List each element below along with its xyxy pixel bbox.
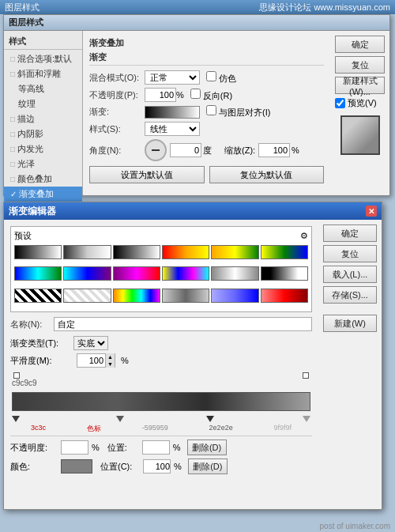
color-row: 颜色: 位置(C): % 删除(D) — [10, 458, 312, 474]
style-item-satin[interactable]: 光泽 — [4, 157, 82, 172]
style-item-bevel[interactable]: 斜面和浮雕 — [4, 66, 82, 81]
new-style-btn[interactable]: 新建样式(W)... — [335, 77, 385, 94]
transparency-input[interactable] — [61, 440, 88, 455]
transparency-row: 不透明度: % 位置: % 删除(D) — [10, 440, 312, 455]
type-select[interactable]: 实底 — [73, 336, 108, 350]
smoothness-input[interactable] — [77, 354, 105, 367]
gradient-bar-label: 渐变: — [89, 106, 145, 118]
top-bar-left: 图层样式 — [5, 2, 40, 13]
color-location-unit: % — [174, 462, 182, 471]
preset-item[interactable] — [261, 266, 308, 281]
preset-item[interactable] — [14, 289, 62, 303]
smoothness-label: 平滑度(M): — [10, 355, 73, 367]
color-location-input[interactable] — [143, 459, 171, 474]
ge-save-btn[interactable]: 存储(S)... — [323, 286, 377, 304]
color-swatch[interactable] — [61, 459, 92, 474]
scale-input[interactable] — [258, 143, 290, 157]
hex-label: c9c9c9 — [12, 379, 310, 387]
preset-item[interactable] — [113, 289, 160, 303]
stop-marker-2[interactable] — [116, 416, 124, 422]
style-row: 样式(S): 线性 — [89, 122, 324, 136]
reverse-checkbox[interactable] — [190, 89, 201, 99]
reset-btn[interactable]: 复位 — [335, 56, 385, 74]
stop-marker-4[interactable] — [303, 416, 310, 422]
preview-checkbox[interactable] — [335, 98, 345, 108]
set-default-btn[interactable]: 设置为默认值 — [89, 166, 205, 183]
angle-circle[interactable] — [145, 139, 167, 161]
color-location-label: 位置(C): — [100, 461, 140, 473]
align-checkbox[interactable] — [206, 105, 216, 115]
confirm-btn[interactable]: 确定 — [335, 36, 385, 53]
preset-item[interactable] — [211, 266, 258, 281]
preset-item[interactable] — [162, 266, 209, 281]
smoothness-up[interactable]: ▲ — [106, 353, 115, 360]
ge-reset-btn[interactable]: 复位 — [323, 245, 377, 262]
scale-unit: % — [292, 145, 299, 155]
alpha-stop-left[interactable] — [13, 372, 20, 379]
opacity-input[interactable] — [145, 88, 176, 102]
style-item-mix[interactable]: 混合选项:默认 — [4, 51, 82, 66]
ge-confirm-btn[interactable]: 确定 — [323, 224, 377, 242]
preset-item[interactable] — [63, 266, 111, 281]
style-item-inner-glow[interactable]: 内发光 — [4, 141, 82, 157]
style-select[interactable]: 线性 — [145, 122, 200, 136]
preset-item[interactable] — [113, 266, 160, 281]
gradient-bar-area: c9c9c9 — [10, 371, 312, 474]
smoothness-down[interactable]: ▼ — [106, 360, 115, 368]
gradient-bar-container: c9c9c9 — [10, 379, 312, 425]
style-label: 样式(S): — [89, 123, 145, 135]
location-label: 位置: — [107, 442, 139, 454]
style-item-contour[interactable]: 等高线 — [4, 81, 82, 96]
alpha-stop-right[interactable] — [303, 372, 309, 379]
style-item-gradient-overlay[interactable]: 渐变叠加 — [4, 187, 82, 202]
gradient-bar-main — [12, 392, 310, 411]
style-item-texture[interactable]: 纹理 — [4, 96, 82, 111]
ge-title: 渐变编辑器 — [9, 205, 56, 218]
preset-item[interactable] — [261, 245, 308, 259]
location-input[interactable] — [142, 440, 170, 455]
preset-item[interactable] — [211, 245, 258, 259]
ge-name-row: 名称(N): — [10, 317, 312, 331]
angle-input[interactable] — [170, 143, 201, 157]
ge-name-input[interactable] — [54, 317, 312, 331]
layer-style-title: 图层样式 — [9, 17, 43, 28]
ge-name-label: 名称(N): — [10, 319, 54, 330]
ge-load-btn[interactable]: 载入(L)... — [323, 266, 377, 283]
preset-item[interactable] — [63, 245, 111, 259]
stop-marker-1[interactable] — [12, 416, 20, 422]
style-list-title: 样式 — [4, 34, 82, 50]
ge-new-btn[interactable]: 新建(W) — [323, 315, 377, 332]
gradient-editor-panel: 渐变编辑器 ✕ 预设 ⚙ — [3, 202, 382, 510]
bottom-buttons: 设置为默认值 复位为默认值 — [89, 166, 324, 183]
fake-color-checkbox[interactable] — [206, 71, 216, 81]
preset-item[interactable] — [162, 245, 209, 259]
angle-label: 角度(N): — [89, 145, 145, 157]
delete-btn-1[interactable]: 删除(D) — [187, 440, 227, 455]
gradient-bar-preview[interactable] — [145, 106, 200, 119]
alpha-stops-row — [10, 371, 312, 379]
transparency-unit: % — [92, 443, 100, 452]
preset-item[interactable] — [113, 245, 160, 259]
preset-item[interactable] — [211, 289, 258, 303]
stop-marker-3[interactable] — [206, 416, 214, 422]
preset-label: 预设 ⚙ — [14, 230, 308, 242]
gear-icon[interactable]: ⚙ — [300, 231, 308, 241]
close-icon: ✕ — [368, 207, 374, 216]
preset-item[interactable] — [14, 266, 62, 281]
style-item-inner-shadow[interactable]: 内阴影 — [4, 126, 82, 141]
style-item-stroke[interactable]: 描边 — [4, 111, 82, 126]
blend-mode-label: 混合模式(O): — [89, 72, 145, 84]
smoothness-row: 平滑度(M): ▲ ▼ % — [10, 353, 312, 368]
reset-default-btn[interactable]: 复位为默认值 — [209, 166, 325, 183]
preset-item[interactable] — [261, 289, 308, 303]
preview-row: 预览(V) — [335, 97, 385, 109]
preset-item[interactable] — [63, 289, 111, 303]
blend-mode-select[interactable]: 正常 — [145, 70, 200, 85]
delete-btn-2[interactable]: 删除(D) — [188, 458, 228, 474]
preset-item[interactable] — [14, 245, 62, 259]
watermark: post of uimaker.com — [320, 522, 390, 530]
preset-item[interactable] — [162, 289, 209, 303]
style-item-color-overlay[interactable]: 颜色叠加 — [4, 172, 82, 187]
ge-close-btn[interactable]: ✕ — [366, 206, 377, 217]
transparency-label: 不透明度: — [10, 442, 58, 454]
